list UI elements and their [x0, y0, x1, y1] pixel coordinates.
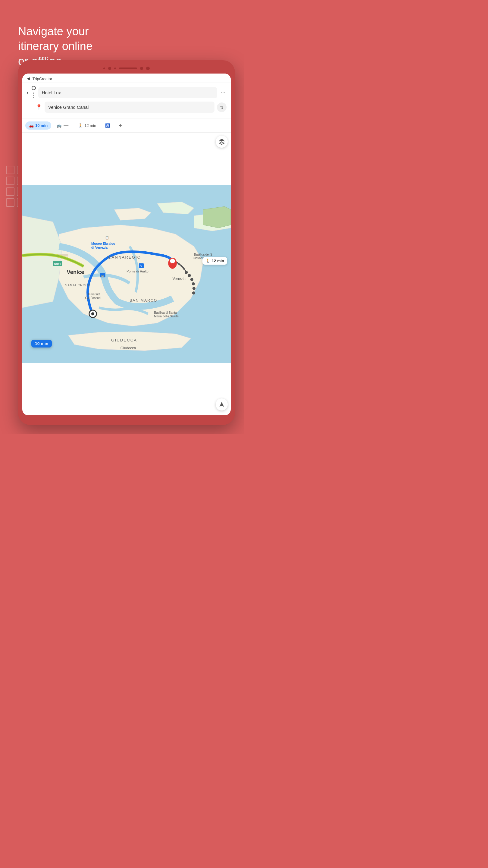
route-dots: [33, 91, 34, 99]
phone-camera: [146, 67, 150, 70]
app-header: ◄ TripCreator: [22, 73, 231, 83]
svg-point-4: [185, 271, 188, 274]
phone-frame: ◄ TripCreator ‹ ···: [18, 60, 235, 425]
car-tab[interactable]: 🚗 10 min: [25, 121, 51, 130]
dot-3: [33, 97, 34, 98]
svg-point-9: [192, 291, 195, 294]
back-arrow-icon[interactable]: ◄: [26, 76, 31, 82]
transport-tabs: 🚗 10 min 🚌 — 🚶 12 min ♿ ✈: [22, 119, 231, 133]
transit-separator: —: [64, 123, 68, 128]
accessible-tab[interactable]: ♿: [101, 121, 113, 130]
back-button[interactable]: ‹: [27, 89, 29, 96]
navigate-icon: [219, 401, 225, 407]
deco-square: [6, 198, 14, 207]
deco-square: [6, 177, 14, 185]
transit-tab[interactable]: 🚌 —: [53, 121, 73, 130]
svg-text:Maria della Salute: Maria della Salute: [154, 315, 179, 318]
flight-tab[interactable]: ✈: [116, 121, 126, 130]
origin-icon: [32, 86, 36, 90]
map-svg: SR11: [22, 133, 231, 415]
driving-time-badge: 10 min: [31, 340, 52, 347]
walk-tab[interactable]: 🚶 12 min: [74, 121, 100, 130]
svg-text:Giudecca: Giudecca: [121, 346, 136, 350]
svg-text:Basilica di Santa: Basilica di Santa: [154, 311, 177, 314]
svg-text:📋: 📋: [105, 236, 109, 240]
svg-point-13: [170, 258, 175, 264]
dot-2: [33, 95, 34, 96]
car-icon: 🚗: [29, 123, 34, 128]
svg-text:Venice: Venice: [67, 269, 84, 275]
svg-text:Ponte di Rialto: Ponte di Rialto: [127, 270, 149, 273]
flight-icon: ✈: [119, 123, 122, 128]
svg-point-14: [171, 263, 174, 265]
from-row: ‹ ···: [27, 86, 227, 99]
svg-point-6: [190, 278, 193, 281]
walking-time-label: 12 min: [212, 258, 224, 263]
svg-text:Università: Università: [87, 293, 101, 296]
phone-dot-3: [114, 67, 116, 69]
svg-text:SANTA CROCE: SANTA CROCE: [65, 284, 90, 287]
accessible-icon: ♿: [105, 123, 110, 128]
transit-icon: 🚌: [57, 123, 61, 128]
app-name: TripCreator: [33, 76, 52, 81]
driving-time-label: 10 min: [35, 341, 48, 346]
svg-text:🚌: 🚌: [101, 274, 104, 278]
svg-point-11: [91, 312, 94, 315]
svg-point-7: [192, 282, 195, 285]
svg-point-5: [188, 274, 191, 277]
search-area: ‹ ··· 📍 ⇅: [22, 83, 231, 119]
svg-point-8: [193, 287, 195, 290]
walking-time-badge: 🚶 12 min: [202, 257, 227, 265]
headline-text-2: itinerary online: [18, 39, 93, 54]
svg-text:SAN MARCO: SAN MARCO: [130, 299, 157, 303]
svg-text:Ca' Foscori: Ca' Foscori: [85, 296, 101, 300]
dot-1: [33, 93, 34, 94]
svg-text:V: V: [140, 264, 142, 268]
headline-text: Navigate your: [18, 24, 93, 39]
swap-button[interactable]: ⇅: [217, 102, 227, 112]
walk-icon: 🚶: [78, 123, 83, 128]
destination-pin-icon: 📍: [36, 104, 42, 111]
phone-dot-2: [108, 67, 111, 70]
svg-text:Museo Ebraico: Museo Ebraico: [91, 242, 116, 245]
map-area: SR11: [22, 133, 231, 415]
phone-speaker: [119, 67, 137, 69]
from-input[interactable]: [38, 87, 217, 98]
deco-square: [6, 166, 14, 174]
navigate-button[interactable]: [216, 398, 228, 410]
phone-dot-1: [103, 67, 105, 69]
more-menu-button[interactable]: ···: [220, 90, 227, 96]
svg-text:di Venezia: di Venezia: [91, 246, 108, 249]
layers-button[interactable]: [216, 135, 228, 148]
svg-text:GIUDECCA: GIUDECCA: [111, 338, 137, 342]
route-icons: [32, 86, 36, 99]
to-input[interactable]: [44, 101, 215, 113]
phone-top-bar: [22, 66, 231, 71]
phone-screen: ◄ TripCreator ‹ ···: [22, 73, 231, 415]
deco-square: [6, 187, 14, 196]
walking-icon: 🚶: [205, 258, 210, 263]
svg-text:SR11: SR11: [54, 262, 61, 266]
phone-dot-4: [140, 67, 143, 70]
svg-text:Venezia: Venezia: [173, 277, 186, 281]
svg-text:Basilica dei S: Basilica dei S: [194, 253, 213, 256]
svg-text:CANNAREGIO: CANNAREGIO: [108, 255, 141, 259]
walk-time: 12 min: [84, 123, 96, 128]
to-row: 📍 ⇅: [36, 101, 227, 113]
layers-icon: [218, 138, 225, 145]
car-time: 10 min: [35, 123, 47, 128]
